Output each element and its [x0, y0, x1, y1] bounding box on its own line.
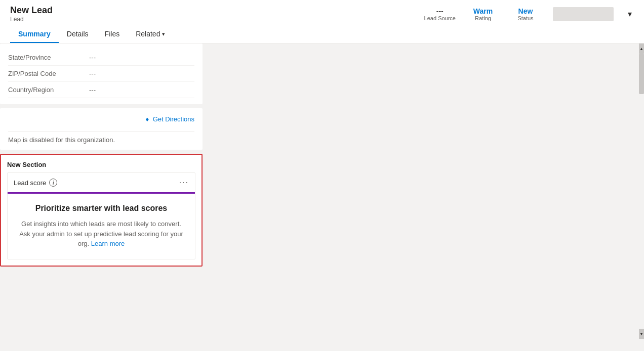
scrollbar: ▲ ▼: [639, 43, 644, 339]
map-disabled-text: Map is disabled for this organization.: [8, 136, 194, 144]
field-row-state: State/Province ---: [8, 50, 194, 66]
map-divider: [8, 131, 194, 132]
header-meta: --- Lead Source Warm Rating New Status ▾: [424, 7, 634, 21]
field-label-country: Country/Region: [8, 86, 89, 94]
learn-more-link[interactable]: Learn more: [91, 240, 125, 247]
lead-source-meta: --- Lead Source: [424, 7, 456, 21]
lead-source-label: Lead Source: [424, 15, 456, 21]
rating-label: Rating: [475, 15, 491, 21]
status-meta: New Status: [510, 7, 541, 21]
field-value-country: ---: [89, 86, 96, 94]
get-directions-button[interactable]: ⬧ Get Directions: [8, 114, 194, 127]
tab-related[interactable]: Related ▾: [128, 26, 173, 43]
field-row-country: Country/Region ---: [8, 82, 194, 98]
lead-score-header: Lead score i ···: [8, 173, 195, 194]
directions-icon: ⬧: [145, 114, 150, 123]
get-directions-label: Get Directions: [153, 115, 194, 123]
chevron-down-icon[interactable]: ▾: [626, 7, 634, 21]
action-button[interactable]: [553, 7, 614, 21]
header: New Lead Lead --- Lead Source Warm Ratin…: [0, 0, 644, 43]
lead-score-label: Lead score: [14, 179, 46, 187]
scrollbar-thumb[interactable]: [639, 54, 644, 94]
field-label-state: State/Province: [8, 54, 89, 61]
rating-meta: Warm Rating: [468, 7, 498, 21]
lead-score-label-row: Lead score i: [14, 179, 57, 187]
lead-score-more-button[interactable]: ···: [179, 178, 189, 187]
header-top: New Lead Lead --- Lead Source Warm Ratin…: [10, 5, 634, 26]
field-label-zip: ZIP/Postal Code: [8, 70, 89, 77]
lead-score-promo-text: Get insights into which leads are most l…: [16, 219, 187, 249]
field-value-zip: ---: [89, 70, 96, 77]
related-chevron-icon: ▾: [162, 31, 165, 37]
page-subtitle: Lead: [10, 16, 53, 23]
lead-source-value: ---: [436, 7, 444, 15]
header-title-block: New Lead Lead: [10, 5, 53, 23]
main-content: State/Province --- ZIP/Postal Code --- C…: [0, 43, 644, 339]
nav-tabs: Summary Details Files Related ▾: [10, 26, 634, 43]
status-label: Status: [517, 15, 533, 21]
new-section-title: New Section: [7, 161, 195, 168]
address-card: State/Province --- ZIP/Postal Code --- C…: [0, 43, 203, 104]
rating-value: Warm: [473, 7, 493, 15]
tab-details[interactable]: Details: [59, 26, 97, 43]
tab-files[interactable]: Files: [97, 26, 128, 43]
tab-summary[interactable]: Summary: [10, 26, 59, 43]
new-section-wrapper: New Section Lead score i ··· Prioritize …: [0, 154, 203, 267]
status-value: New: [518, 7, 533, 15]
page-title: New Lead: [10, 5, 53, 16]
scrollbar-track: [639, 54, 644, 329]
field-value-state: ---: [89, 54, 96, 61]
right-panel: ▲ ▼: [203, 43, 644, 339]
lead-score-card: Lead score i ··· Prioritize smarter with…: [7, 172, 195, 259]
lead-score-promo-title: Prioritize smarter with lead scores: [16, 204, 187, 213]
scrollbar-down-button[interactable]: ▼: [639, 329, 644, 339]
scrollbar-up-button[interactable]: ▲: [639, 43, 644, 54]
info-icon[interactable]: i: [49, 179, 57, 187]
field-row-zip: ZIP/Postal Code ---: [8, 66, 194, 82]
left-panel: State/Province --- ZIP/Postal Code --- C…: [0, 43, 203, 339]
lead-score-body: Prioritize smarter with lead scores Get …: [8, 194, 195, 259]
map-card: ⬧ Get Directions Map is disabled for thi…: [0, 108, 203, 150]
